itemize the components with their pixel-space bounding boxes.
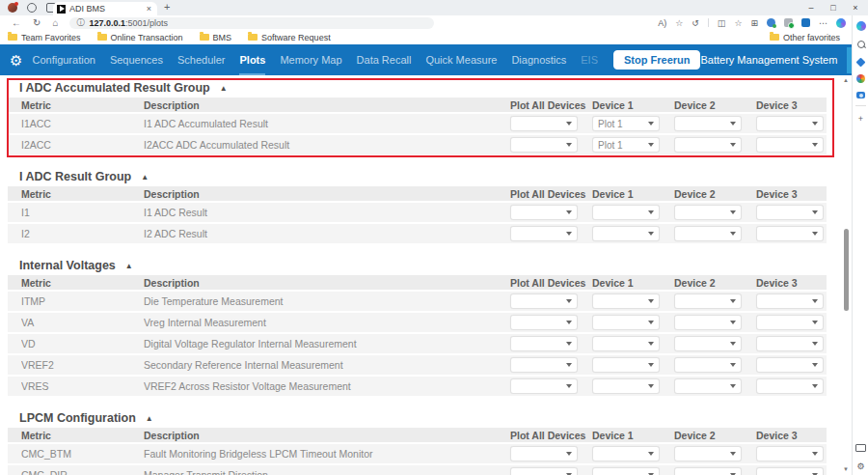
- nav-item-plots[interactable]: Plots: [239, 44, 265, 75]
- plot-all-devices-select[interactable]: [510, 357, 578, 373]
- device-1-select[interactable]: [592, 378, 660, 394]
- section-header[interactable]: I ADC Result Group ▲: [8, 170, 827, 183]
- browser-essentials-icon[interactable]: [767, 18, 775, 27]
- plot-all-devices-select[interactable]: [510, 226, 578, 241]
- device-1-select[interactable]: [592, 293, 660, 309]
- plot-all-devices-select[interactable]: [510, 378, 578, 394]
- shopping-icon[interactable]: [855, 57, 866, 68]
- read-aloud-icon[interactable]: A): [658, 18, 666, 28]
- browser-tab[interactable]: ADI BMS ×: [53, 2, 157, 15]
- add-sidebar-item-button[interactable]: +: [855, 113, 866, 124]
- section-header[interactable]: LPCM Configuration ▲: [8, 411, 827, 425]
- device-3-select[interactable]: [756, 293, 824, 309]
- scroll-down-icon[interactable]: ▼: [843, 466, 849, 472]
- plot-all-devices-select[interactable]: [510, 336, 578, 351]
- collapse-arrow-icon[interactable]: ▲: [125, 262, 133, 270]
- plot-all-devices-select[interactable]: [510, 137, 578, 153]
- plot-all-devices-select[interactable]: [510, 116, 578, 131]
- device-2-select[interactable]: [674, 116, 742, 131]
- device-2-select[interactable]: [674, 315, 742, 330]
- new-tab-button[interactable]: +: [164, 1, 170, 13]
- plot-all-devices-select[interactable]: [510, 205, 578, 220]
- scroll-up-icon[interactable]: ▲: [843, 77, 849, 83]
- device-3-select[interactable]: [756, 116, 824, 131]
- favorite-folder[interactable]: Online Transaction: [97, 33, 183, 42]
- extension-icon[interactable]: [801, 18, 810, 27]
- device-3-select[interactable]: [756, 137, 824, 153]
- more-menu-icon[interactable]: ⋯: [819, 18, 827, 28]
- copilot-icon[interactable]: [836, 18, 846, 28]
- url-field[interactable]: ⓘ 127.0.0.1 :5001/plots: [69, 17, 434, 29]
- nav-item-eis[interactable]: EIS: [581, 44, 598, 75]
- favorites-icon[interactable]: ☆: [734, 18, 742, 28]
- nav-item-sequences[interactable]: Sequences: [110, 44, 163, 75]
- search-icon[interactable]: [855, 39, 866, 49]
- plot-all-devices-select[interactable]: [510, 315, 578, 330]
- nav-item-quick-measure[interactable]: Quick Measure: [425, 44, 497, 75]
- close-button[interactable]: ×: [851, 3, 860, 13]
- plot-all-devices-select[interactable]: [510, 467, 578, 475]
- nav-item-memory-map[interactable]: Memory Map: [280, 44, 341, 75]
- device-3-select[interactable]: [756, 336, 824, 351]
- device-2-select[interactable]: [674, 336, 742, 351]
- device-2-select[interactable]: [674, 378, 742, 394]
- device-3-select[interactable]: [756, 315, 824, 330]
- device-1-select[interactable]: [592, 467, 660, 475]
- nav-item-configuration[interactable]: Configuration: [32, 44, 95, 75]
- section-header[interactable]: I ADC Accumulated Result Group ▲: [8, 81, 827, 95]
- split-screen-icon[interactable]: ◫: [718, 18, 726, 28]
- device-3-select[interactable]: [756, 205, 824, 220]
- collapse-arrow-icon[interactable]: ▲: [141, 173, 149, 182]
- page-info-icon[interactable]: ⓘ: [76, 17, 84, 28]
- other-favorites[interactable]: Other favorites: [783, 33, 840, 42]
- history-icon[interactable]: ↺: [692, 18, 699, 28]
- device-2-select[interactable]: [674, 205, 742, 220]
- back-icon[interactable]: ←: [12, 17, 21, 28]
- password-extension-icon[interactable]: [784, 18, 793, 27]
- m365-icon[interactable]: [855, 73, 866, 84]
- stop-freerun-button[interactable]: Stop Freerun: [613, 50, 700, 70]
- favorite-folder[interactable]: Software Request: [248, 33, 331, 42]
- scrollbar-thumb[interactable]: [844, 229, 849, 311]
- web-capture-icon[interactable]: [855, 90, 866, 100]
- refresh-icon[interactable]: ↻: [33, 17, 41, 28]
- settings-gear-icon[interactable]: ⚙: [10, 53, 22, 68]
- favorite-folder[interactable]: BMS: [200, 33, 232, 42]
- device-2-select[interactable]: [674, 137, 742, 153]
- nav-item-diagnostics[interactable]: Diagnostics: [511, 44, 566, 75]
- section-header[interactable]: Internal Voltages ▲: [8, 259, 827, 272]
- device-3-select[interactable]: [756, 467, 824, 475]
- device-3-select[interactable]: [756, 357, 824, 373]
- device-2-select[interactable]: [674, 467, 742, 475]
- device-2-select[interactable]: [674, 357, 742, 373]
- device-3-select[interactable]: [756, 378, 824, 394]
- favorite-folder[interactable]: Team Favorites: [8, 33, 81, 42]
- home-icon[interactable]: ⌂: [52, 17, 58, 28]
- tab-close-icon[interactable]: ×: [145, 4, 153, 14]
- device-3-select[interactable]: [756, 226, 824, 241]
- device-1-select[interactable]: [592, 226, 660, 241]
- device-1-select[interactable]: Plot 1: [592, 137, 660, 153]
- device-2-select[interactable]: [674, 293, 742, 309]
- device-2-select[interactable]: [674, 226, 742, 241]
- plot-all-devices-select[interactable]: [510, 446, 578, 461]
- collapse-arrow-icon[interactable]: ▲: [220, 84, 228, 93]
- device-1-select[interactable]: Plot 1: [592, 116, 660, 131]
- device-3-select[interactable]: [756, 446, 824, 461]
- device-2-select[interactable]: [674, 446, 742, 461]
- sidebar-copilot-icon[interactable]: [855, 20, 866, 31]
- device-1-select[interactable]: [592, 446, 660, 461]
- plot-all-devices-select[interactable]: [510, 293, 578, 309]
- nav-item-data-recall[interactable]: Data Recall: [357, 44, 412, 75]
- device-1-select[interactable]: [592, 336, 660, 351]
- profile-avatar[interactable]: [8, 3, 17, 13]
- maximize-button[interactable]: □: [828, 3, 838, 13]
- device-1-select[interactable]: [592, 357, 660, 373]
- collections-icon[interactable]: ⊞: [750, 18, 758, 28]
- nav-item-scheduler[interactable]: Scheduler: [177, 44, 226, 75]
- add-favorite-icon[interactable]: ☆: [675, 18, 683, 28]
- tab-actions-icon[interactable]: [27, 3, 37, 13]
- minimize-button[interactable]: –: [806, 3, 816, 13]
- device-1-select[interactable]: [592, 315, 660, 330]
- device-1-select[interactable]: [592, 205, 660, 220]
